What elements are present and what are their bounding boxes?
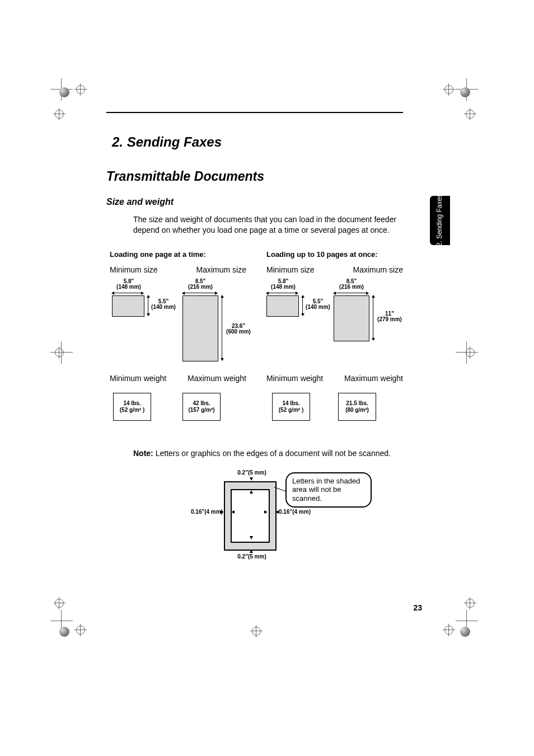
registration-ball-icon <box>460 87 470 97</box>
column-headers: Loading one page at a time: Loading up t… <box>110 250 403 259</box>
height-arrow-icon <box>148 295 148 316</box>
weight-diagrams: 14 lbs.(52 g/m² ) 42 lbs.(157 g/m²) 14 l… <box>106 387 403 438</box>
width-arrow-icon <box>112 293 143 293</box>
margin-left-label: 0.16"(4 mm) <box>187 509 223 515</box>
page-content: 2. Sending Faxes Transmittable Documents… <box>106 112 403 571</box>
weight-labels-row: Minimum weight Maximum weight Minimum we… <box>110 374 403 383</box>
arrow-right-icon <box>264 510 268 514</box>
arrow-left-icon <box>231 510 235 514</box>
registration-target-icon <box>55 110 64 119</box>
single-min-width: 5.8"(148 mm) <box>114 279 143 290</box>
registration-target-icon <box>55 348 64 357</box>
label-min-size: Minimum size <box>110 265 158 274</box>
margin-bottom-label: 0.2"(5 mm) <box>235 554 269 560</box>
registration-target-icon <box>466 599 475 608</box>
multi-max-weight-box: 21.5 lbs.(80 g/m²) <box>338 393 376 421</box>
arrow-up-icon <box>250 490 253 494</box>
multi-max-width: 8.5"(216 mm) <box>336 279 367 290</box>
intro-paragraph: The size and weight of documents that yo… <box>133 214 403 236</box>
width-arrow-icon <box>182 293 217 293</box>
margin-right-label: 0.16"(4 mm) <box>279 509 315 515</box>
label-max-size: Maximum size <box>353 265 403 274</box>
registration-ball-icon <box>460 627 470 637</box>
multi-min-height: 5.5"(140 mm) <box>305 299 331 311</box>
header-rule <box>106 112 403 113</box>
chapter-tab: 2. Sending Faxes <box>430 196 450 245</box>
multi-min-width: 5.8"(148 mm) <box>269 279 298 290</box>
scan-note: Note: Letters or graphics on the edges o… <box>133 449 403 458</box>
single-min-height: 5.5"(140 mm) <box>150 299 177 311</box>
section-heading: Transmittable Documents <box>106 170 403 183</box>
registration-target-icon <box>55 599 64 608</box>
height-arrow-icon <box>302 295 303 316</box>
margin-diagram: 0.2"(5 mm) 0.16"(4 mm) 0.16"(4 mm) 0.2"(… <box>196 470 375 571</box>
size-diagrams: 5.8"(148 mm) 5.5"(140 mm) 8.5"(216 mm) 2… <box>106 279 403 368</box>
label-min-weight: Minimum weight <box>110 374 166 383</box>
registration-target-icon <box>76 85 85 94</box>
multi-min-weight-box: 14 lbs.(52 g/m² ) <box>272 393 310 421</box>
single-min-size-box <box>112 295 144 317</box>
arrow-up-icon <box>250 550 253 553</box>
registration-target-icon <box>466 110 475 119</box>
height-arrow-icon <box>222 295 222 360</box>
note-label: Note: <box>133 449 153 458</box>
arrow-down-icon <box>250 477 253 481</box>
header-multi: Loading up to 10 pages at once: <box>266 250 403 259</box>
multi-min-size-box <box>266 295 299 317</box>
height-arrow-icon <box>373 295 373 340</box>
width-arrow-icon <box>334 293 368 293</box>
margin-top-label: 0.2"(5 mm) <box>235 470 269 476</box>
arrow-down-icon <box>250 536 253 539</box>
label-max-weight: Maximum weight <box>188 374 246 383</box>
registration-target-icon <box>76 626 85 635</box>
page-number: 23 <box>413 603 422 612</box>
chapter-tab-text: 2. Sending Faxes <box>436 194 443 246</box>
registration-target-icon <box>444 626 453 635</box>
label-min-weight: Minimum weight <box>266 374 323 383</box>
label-min-size: Minimum size <box>266 265 315 274</box>
registration-target-icon <box>444 85 453 94</box>
single-max-weight-box: 42 lbs.(157 g/m²) <box>182 393 221 421</box>
multi-max-height: 11"(279 mm) <box>375 311 404 323</box>
label-max-size: Maximum size <box>196 265 246 274</box>
single-max-size-box <box>182 295 218 361</box>
registration-ball-icon <box>59 627 69 637</box>
single-max-width: 8.5"(216 mm) <box>185 279 216 290</box>
width-arrow-icon <box>266 293 298 293</box>
note-text: Letters or graphics on the edges of a do… <box>153 449 391 458</box>
chapter-title: 2. Sending Faxes <box>112 135 403 149</box>
registration-target-icon <box>252 627 261 636</box>
registration-ball-icon <box>59 87 69 97</box>
scannable-area <box>231 489 270 543</box>
single-min-weight-box: 14 lbs.(52 g/m² ) <box>113 393 151 421</box>
single-max-height: 23.6"(600 mm) <box>224 323 253 335</box>
label-max-weight: Maximum weight <box>344 374 403 383</box>
callout-box: Letters in the shaded area will not be s… <box>285 472 372 508</box>
header-single: Loading one page at a time: <box>110 250 246 259</box>
registration-target-icon <box>466 348 475 357</box>
subsection-heading: Size and weight <box>106 198 403 206</box>
size-labels-row: Minimum size Maximum size Minimum size M… <box>110 265 403 274</box>
multi-max-size-box <box>334 295 369 341</box>
